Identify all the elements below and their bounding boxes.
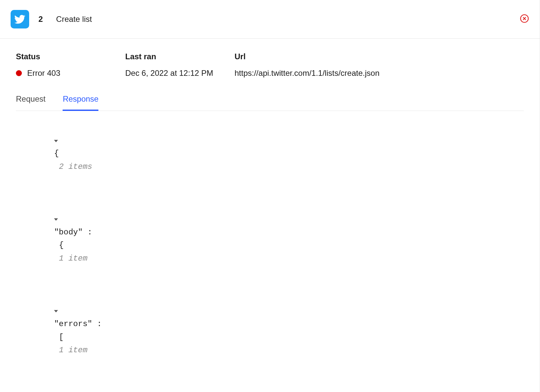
meta-lastran: Last ran Dec 6, 2022 at 12:12 PM (125, 52, 235, 78)
panel-header: 2 Create list (0, 0, 540, 39)
json-tree: { 2 items "body" : { 1 item "errors" : [… (16, 121, 524, 392)
lastran-value: Dec 6, 2022 at 12:12 PM (125, 69, 235, 78)
step-title: Create list (56, 15, 92, 24)
json-body-open: "body" : { 1 item (16, 186, 524, 278)
json-root-open: { 2 items (16, 121, 524, 186)
caret-root[interactable] (54, 134, 58, 147)
twitter-icon (11, 10, 29, 28)
root-hint: 2 items (59, 162, 92, 171)
twitter-bird-icon (14, 14, 26, 25)
errors-key: "errors" (54, 319, 92, 328)
body-key: "body" (54, 228, 82, 237)
status-error-icon (16, 70, 22, 76)
chevron-down-icon (54, 309, 58, 313)
meta-status: Status Error 403 (16, 52, 125, 78)
body-hint: 1 item (59, 254, 87, 263)
json-errors-open: "errors" : [ 1 item (16, 278, 524, 370)
bracket-open: [ (59, 333, 64, 342)
step-number: 2 (38, 15, 43, 24)
tab-request[interactable]: Request (16, 94, 45, 111)
tab-response[interactable]: Response (63, 94, 98, 111)
chevron-down-icon (54, 218, 58, 221)
status-text: Error 403 (27, 69, 60, 78)
json-idx0-open: 0 : { 2 items (16, 370, 524, 392)
colon: : (83, 228, 92, 237)
panel-content: Status Error 403 Last ran Dec 6, 2022 at… (0, 39, 540, 392)
meta-row: Status Error 403 Last ran Dec 6, 2022 at… (16, 52, 524, 78)
colon: : (92, 319, 102, 328)
meta-url: Url https://api.twitter.com/1.1/lists/cr… (235, 52, 524, 78)
url-value: https://api.twitter.com/1.1/lists/create… (235, 69, 524, 78)
caret-body[interactable] (54, 213, 58, 226)
close-button[interactable] (520, 14, 529, 24)
caret-errors[interactable] (54, 304, 58, 318)
lastran-label: Last ran (125, 52, 235, 61)
brace-open: { (59, 241, 64, 250)
url-label: Url (235, 52, 524, 61)
status-label: Status (16, 52, 125, 61)
status-value: Error 403 (16, 69, 125, 78)
tabs: Request Response (16, 94, 524, 111)
brace-open: { (54, 149, 59, 158)
close-icon (520, 14, 529, 23)
errors-hint: 1 item (59, 346, 87, 355)
details-panel: 2 Create list Status Error 403 Last ran … (0, 0, 540, 392)
chevron-down-icon (54, 139, 58, 143)
